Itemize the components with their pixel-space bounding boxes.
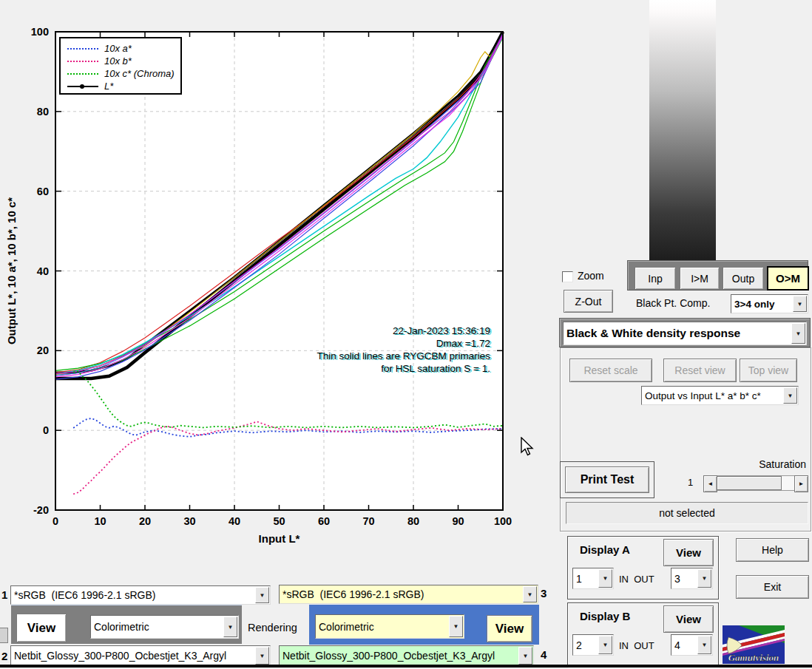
edge-stub-box: [0, 628, 8, 643]
scrollbar-thumb[interactable]: [717, 476, 782, 490]
bottom-separator: [0, 665, 812, 668]
exit-button[interactable]: Exit: [736, 575, 809, 599]
gamutvision-logo: Gamutvision: [723, 625, 785, 664]
chevron-down-icon[interactable]: ▼: [255, 587, 269, 603]
chevron-down-icon[interactable]: ▼: [598, 569, 612, 588]
y-tick-label: 40: [37, 265, 49, 277]
scrollbar-left-arrow-icon[interactable]: ◄: [703, 475, 717, 492]
x-tick-label: 30: [183, 515, 195, 527]
slot-4-label: 4: [541, 648, 547, 661]
legend-item: 10x c* (Chroma): [67, 67, 180, 80]
chart-annotation: 22-Jan-2023 15:36:19 Dmax =1.72 Thin sol…: [281, 325, 490, 375]
display-a-in-dropdown[interactable]: 1 ▼: [572, 568, 614, 589]
display-b-title: Display B: [580, 610, 630, 622]
scrollbar-right-arrow-icon[interactable]: ►: [794, 475, 808, 492]
chevron-down-icon[interactable]: ▼: [449, 616, 463, 637]
top-view-button[interactable]: Top view: [740, 359, 797, 382]
zoom-checkbox-label: Zoom: [578, 270, 604, 282]
x-tick-label: 70: [362, 515, 374, 527]
status-box: not selected: [566, 502, 808, 524]
display-a-out-dropdown[interactable]: 3 ▼: [671, 568, 713, 589]
display-a-in-out-label: IN OUT: [619, 574, 654, 585]
saturation-value: 1: [688, 477, 693, 488]
chevron-down-icon[interactable]: ▼: [518, 647, 532, 665]
intent-b-dropdown[interactable]: Colorimetric ▼: [315, 614, 464, 639]
chevron-down-icon[interactable]: ▼: [793, 296, 807, 312]
o-to-m-button[interactable]: O>M: [767, 266, 809, 291]
annotation-dmax: Dmax =1.72: [281, 337, 490, 350]
legend-item: L*: [67, 80, 180, 92]
display-b-in-out-label: IN OUT: [619, 640, 654, 651]
z-out-button[interactable]: Z-Out: [564, 290, 613, 313]
legend-swatch: [67, 48, 98, 50]
logo-text: Gamutvision: [728, 652, 779, 663]
gamutvision-window: 0102030405060708090100-20020406080100Inp…: [0, 0, 812, 669]
legend-swatch: [67, 86, 98, 87]
chevron-down-icon[interactable]: ▼: [523, 586, 537, 602]
x-tick-label: 60: [318, 515, 330, 527]
i-to-m-button[interactable]: I>M: [680, 267, 720, 290]
chevron-down-icon[interactable]: ▼: [783, 387, 797, 404]
zoom-checkbox[interactable]: [562, 271, 573, 282]
black-pt-comp-label: Black Pt. Comp.: [636, 297, 710, 309]
chevron-down-icon[interactable]: ▼: [791, 323, 805, 344]
reset-view-button[interactable]: Reset view: [663, 359, 737, 382]
saturation-scrollbar[interactable]: ◄ ►: [703, 475, 808, 491]
y-tick-label: 100: [31, 26, 49, 38]
chevron-down-icon[interactable]: ▼: [697, 636, 711, 654]
reset-scale-button[interactable]: Reset scale: [569, 359, 652, 382]
display-a-title: Display A: [580, 543, 630, 556]
view-3-4-button[interactable]: View: [487, 615, 532, 642]
profile-1-dropdown[interactable]: *sRGB (IEC6 1996-2.1 sRGB) ▼: [10, 585, 271, 605]
annotation-date: 22-Jan-2023 15:36:19: [281, 325, 490, 337]
chevron-down-icon[interactable]: ▼: [598, 636, 612, 654]
annotation-note1: Thin solid lines are RYGCBM primaries: [281, 350, 490, 362]
view-1-2-button[interactable]: View: [16, 614, 67, 642]
display-a-view-button[interactable]: View: [663, 539, 714, 566]
display-b-out-dropdown[interactable]: 4 ▼: [671, 634, 713, 656]
slot-3-label: 3: [541, 587, 547, 600]
annotation-note2: for HSL saturation S = 1.: [281, 362, 490, 375]
x-tick-label: 50: [273, 515, 285, 527]
chevron-down-icon[interactable]: ▼: [255, 647, 269, 665]
profile-3-dropdown[interactable]: *sRGB (IEC6 1996-2.1 sRGB) ▼: [279, 585, 538, 604]
outp-button[interactable]: Outp: [723, 267, 764, 290]
black-pt-comp-dropdown[interactable]: 3>4 only ▼: [731, 294, 808, 313]
x-axis-label: Input L*: [259, 532, 300, 545]
profile-4-dropdown[interactable]: Netbit_Glossy_300-P800_Ocbestjet_K3_Argy…: [279, 645, 534, 666]
help-button[interactable]: Help: [736, 538, 809, 562]
legend-item: 10x b*: [67, 55, 180, 67]
x-tick-label: 100: [494, 515, 512, 527]
legend-swatch: [67, 61, 98, 62]
x-tick-label: 20: [139, 515, 151, 527]
legend-marker-icon: [80, 84, 84, 89]
io-button-frame: Inp I>M Outp O>M: [627, 260, 808, 291]
display-b-view-button[interactable]: View: [663, 605, 714, 633]
chevron-down-icon[interactable]: ▼: [697, 569, 711, 588]
chevron-down-icon[interactable]: ▼: [223, 617, 237, 637]
chart-legend: 10x a*10x b*10x c* (Chroma)L*: [59, 37, 182, 95]
grayscale-gradient-strip: [649, 0, 716, 260]
print-test-button[interactable]: Print Test: [565, 466, 649, 493]
intent-a-dropdown[interactable]: Colorimetric ▼: [90, 615, 239, 639]
mode-dropdown[interactable]: Black & White density response ▼: [563, 322, 807, 345]
y-axis-label: Output L*, 10 a*, 10 b*, 10 c*: [5, 197, 18, 344]
rendering-label: Rendering: [248, 622, 297, 634]
legend-label: L*: [104, 81, 113, 92]
display-b-in-dropdown[interactable]: 2 ▼: [572, 634, 614, 656]
y-tick-label: 80: [37, 106, 49, 118]
y-tick-label: 0: [43, 424, 49, 436]
x-tick-label: 90: [452, 515, 464, 527]
slot-1-label: 1: [1, 588, 7, 601]
legend-label: 10x b*: [104, 55, 132, 67]
y-tick-label: 20: [37, 344, 49, 356]
plot-type-dropdown[interactable]: Output vs Input L* a* b* c* ▼: [641, 386, 799, 405]
saturation-label: Saturation: [732, 458, 806, 470]
x-tick-label: 80: [407, 515, 419, 527]
profile-2-dropdown[interactable]: Netbit_Glossy_300-P800_Ocbestjet_K3_Argy…: [10, 645, 271, 666]
mouse-cursor: [520, 437, 536, 458]
y-tick-label: 60: [37, 186, 49, 197]
x-tick-label: 0: [53, 515, 58, 527]
x-tick-label: 40: [229, 515, 240, 527]
inp-button[interactable]: Inp: [635, 267, 676, 290]
